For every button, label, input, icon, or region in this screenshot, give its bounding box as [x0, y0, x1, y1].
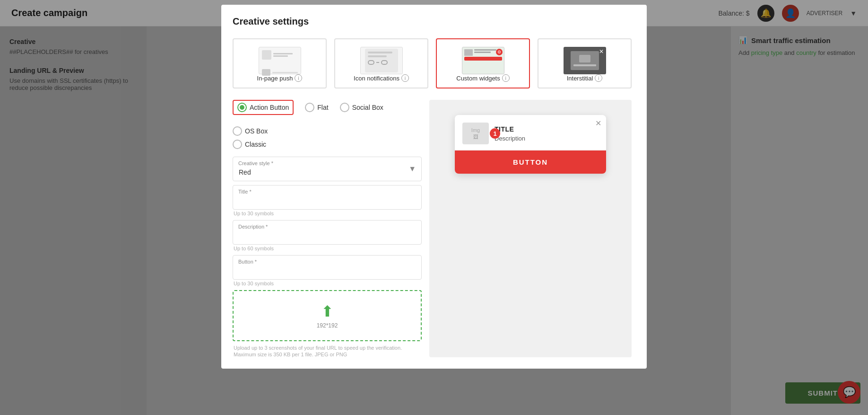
modal-overlay: Creative settings [0, 0, 868, 415]
preview-badge: 1 [490, 128, 500, 139]
radio-row-2: Classic [233, 140, 422, 149]
upload-hint: Upload up to 3 screenshots of your final… [233, 345, 422, 351]
os-box-radio-outer [233, 126, 242, 136]
social-box-radio-outer [340, 103, 349, 112]
creative-card-custom-widgets[interactable]: ⚙ Custom widgets i [436, 38, 530, 88]
creative-card-interstitial[interactable]: ✕ Interstitial i [538, 38, 632, 88]
button-label: Button * [238, 259, 257, 265]
icon-notif-info-icon[interactable]: i [401, 74, 409, 82]
preview-column: Img 🖼 1 TITLE Description ✕ [429, 100, 632, 357]
modal-content: Creative settings [221, 5, 647, 369]
action-button-radio-inner [240, 105, 244, 110]
icon-notif-label: Icon notifications i [354, 74, 409, 82]
creative-settings-modal: Creative settings [221, 5, 647, 369]
form-column: Action Button Flat Social Box [233, 100, 422, 357]
social-box-radio-option[interactable]: Social Box [340, 103, 383, 112]
title-hint: Up to 30 symbols [233, 211, 422, 216]
image-upload-box[interactable]: ⬆ 192*192 [233, 290, 422, 341]
action-button-radio-option[interactable]: Action Button [233, 100, 294, 115]
preview-button[interactable]: BUTTON [455, 150, 606, 174]
upload-icon: ⬆ [321, 302, 334, 320]
preview-img-wrapper: Img 🖼 1 [462, 123, 489, 144]
description-hint: Up to 60 symbols [233, 246, 422, 251]
preview-header: Img 🖼 1 TITLE Description ✕ [455, 115, 606, 150]
description-field: Description * Up to 60 symbols [233, 220, 422, 251]
classic-radio-outer [233, 140, 242, 149]
icon-notif-icon [360, 47, 403, 74]
interstitial-icon: ✕ [564, 47, 606, 74]
title-label: Title * [238, 189, 252, 194]
title-field-wrapper: Title * [233, 185, 422, 210]
upload-size-label: 192*192 [317, 322, 338, 329]
creative-style-select-wrapper: Creative style * Red ▼ [233, 157, 422, 181]
action-button-radio-outer [237, 103, 247, 112]
creative-style-select[interactable]: Red [233, 157, 422, 181]
flat-radio-outer [305, 103, 314, 112]
creative-style-field: Creative style * Red ▼ [233, 157, 422, 181]
inpage-info-icon[interactable]: i [295, 74, 302, 82]
button-input[interactable] [233, 255, 422, 280]
creative-type-selector: In-page push i [233, 38, 632, 88]
button-hint: Up to 30 symbols [233, 281, 422, 286]
description-label: Description * [238, 224, 268, 230]
content-split: Action Button Flat Social Box [233, 100, 632, 357]
interstitial-label: Interstitial i [567, 74, 603, 82]
flat-radio-option[interactable]: Flat [305, 103, 328, 112]
creative-card-inpage[interactable]: In-page push i [233, 38, 327, 88]
upload-hint2: Maximum size is 350 KB per 1 file. JPEG … [233, 352, 422, 357]
preview-text-block: TITLE Description [495, 125, 599, 142]
creative-card-icon-notif[interactable]: Icon notifications i [334, 38, 428, 88]
preview-description: Description [495, 135, 599, 142]
widget-preview: Img 🖼 1 TITLE Description ✕ [455, 115, 606, 174]
title-field: Title * Up to 30 symbols [233, 185, 422, 216]
custom-widgets-info-icon[interactable]: i [502, 74, 510, 82]
modal-scroll-area[interactable]: Creative settings [221, 5, 647, 369]
inpage-push-label: In-page push i [257, 74, 303, 82]
description-field-wrapper: Description * [233, 220, 422, 245]
custom-widget-icon: ⚙ [462, 47, 504, 74]
modal-title: Creative settings [233, 16, 632, 27]
title-input[interactable] [233, 185, 422, 210]
custom-widgets-label: Custom widgets i [456, 74, 509, 82]
widget-style-radio-group: Action Button Flat Social Box [233, 100, 422, 149]
preview-img-label: Img [471, 127, 480, 133]
preview-title: TITLE [495, 125, 599, 133]
os-box-radio-option[interactable]: OS Box [233, 126, 268, 136]
preview-close-icon[interactable]: ✕ [595, 119, 601, 128]
classic-radio-option[interactable]: Classic [233, 140, 266, 149]
preview-image-box: Img 🖼 [462, 123, 489, 144]
inpage-push-icon [259, 47, 301, 74]
interstitial-info-icon[interactable]: i [595, 74, 602, 82]
radio-row-1: Action Button Flat Social Box [233, 100, 422, 136]
button-field-wrapper: Button * [233, 255, 422, 280]
preview-img-icon: 🖼 [473, 134, 478, 140]
button-field: Button * Up to 30 symbols [233, 255, 422, 286]
